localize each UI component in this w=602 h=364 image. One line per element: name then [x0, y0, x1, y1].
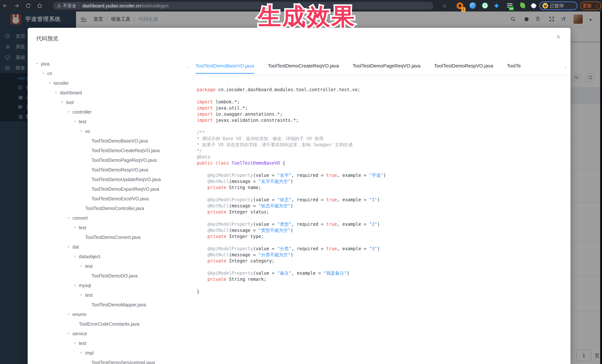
caret-down-icon: ▼ [74, 342, 79, 344]
tree-node-ToolTestDemoRespVO.java[interactable]: ToolTestDemoRespVO.java [36, 165, 190, 175]
code-line: /** [197, 130, 566, 136]
tree-node-label: controller [73, 109, 92, 115]
code-line: @ApiModelProperty(value = "备注", example … [197, 270, 566, 276]
tree-node-ToolTestDemoCreateReqVO.java[interactable]: ToolTestDemoCreateReqVO.java [36, 146, 190, 155]
tree-node-dal[interactable]: ▼dal [36, 242, 190, 252]
tree-node-ToolTestDemoController.java[interactable]: ToolTestDemoController.java [36, 204, 190, 213]
file-tabs: ToolTestDemoBaseVO.javaToolTestDemoCreat… [195, 63, 564, 74]
code-line [197, 264, 566, 270]
tree-node-impl[interactable]: ▼impl [36, 348, 190, 358]
paused-extension-pill[interactable]: 已暂停 [539, 1, 578, 10]
tree-node-label: ToolTestDemoExportReqVO.java [91, 187, 159, 192]
tree-node-ToolTestDemoPageReqVO.java[interactable]: ToolTestDemoPageReqVO.java [36, 155, 190, 165]
code-line: @ApiModelProperty(value = "状态", required… [197, 197, 566, 203]
code-preview-dialog: 代码预览 × ▼java▼cn▼iocoder▼dashboard▼tool▼c… [28, 28, 570, 364]
tree-node-ToolTestDemoExcelVO.java[interactable]: ToolTestDemoExcelVO.java [36, 194, 190, 204]
tree-node-ToolTestDemoDO.java[interactable]: ToolTestDemoDO.java [36, 271, 190, 281]
tree-node-label: mysql [79, 283, 91, 288]
tree-node-label: tool [66, 100, 74, 105]
tree-node-ToolTestDemoBaseVO.java[interactable]: ToolTestDemoBaseVO.java [36, 136, 190, 146]
tree-node-test[interactable]: ▼test [36, 261, 190, 271]
code-line: import lombok.*; [197, 99, 566, 105]
screen: ⚠ 不安全 dashboard.yudao.iocoder.cn /tool/c… [0, 0, 602, 364]
tree-node-label: vo [85, 129, 90, 134]
tree-node-label: ToolTestDemoCreateReqVO.java [91, 148, 160, 153]
tree-node-dashboard[interactable]: ▼dashboard [36, 88, 190, 97]
tree-node-label: impl [85, 350, 94, 356]
caret-down-icon: ▼ [68, 217, 73, 219]
tab-ToolTe[interactable]: ToolTe [507, 63, 521, 74]
tree-node-enums[interactable]: ▼enums [36, 310, 190, 319]
tab-ToolTestDemoBaseVO.java[interactable]: ToolTestDemoBaseVO.java [195, 63, 254, 74]
code-line: @ApiModelProperty(value = "类型", required… [197, 221, 566, 227]
tabs-scroll-right-icon[interactable]: › [565, 64, 566, 70]
tree-node-convert[interactable]: ▼convert [36, 213, 190, 223]
tab-ToolTestDemoCreateReqVO.java[interactable]: ToolTestDemoCreateReqVO.java [268, 63, 339, 74]
caret-down-icon: ▼ [74, 284, 79, 287]
bookmark-star-icon[interactable]: ☆ [442, 3, 447, 9]
tree-node-ToolErrorCodeConstants.java[interactable]: ToolErrorCodeConstants.java [36, 319, 190, 329]
kebab-menu-icon[interactable]: ⋮ [594, 3, 599, 8]
tree-node-ToolTestDemoMapper.java[interactable]: ToolTestDemoMapper.java [36, 300, 190, 310]
tab-ToolTestDemoPageReqVO.java[interactable]: ToolTestDemoPageReqVO.java [353, 63, 420, 74]
tree-node-label: convert [73, 215, 88, 221]
tree-node-test[interactable]: ▼test [36, 117, 190, 126]
extension-diamond-icon[interactable]: ◆ [494, 2, 499, 9]
back-icon[interactable] [2, 3, 8, 9]
extension-list-icon[interactable]: on [507, 2, 513, 8]
url-host: dashboard.yudao.iocoder.cn [82, 3, 140, 9]
tree-node-label: test [85, 292, 93, 298]
tree-node-tool[interactable]: ▼tool [36, 97, 190, 107]
code-line: */ [197, 148, 566, 154]
tree-node-java[interactable]: ▼java [36, 59, 190, 69]
tree-node-label: service [73, 331, 87, 336]
extensions-puzzle-icon[interactable] [531, 2, 537, 9]
forward-icon[interactable] [14, 3, 20, 9]
dialog-title: 代码预览 [36, 35, 58, 42]
tree-node-label: ToolTestDemoExcelVO.java [91, 196, 149, 201]
refresh-icon[interactable] [25, 3, 31, 9]
extension-leaf-icon[interactable] [520, 2, 526, 8]
tree-node-ToolTestDemoExportReqVO.java[interactable]: ToolTestDemoExportReqVO.java [36, 184, 190, 194]
extension-orange-icon[interactable]: 1 [457, 2, 463, 9]
tree-node-label: ToolTestDemoConvert.java [85, 235, 140, 240]
tree-node-test[interactable]: ▼test [36, 338, 190, 348]
tree-node-label: ToolTestDemoServiceImpl.java [91, 360, 155, 364]
tree-node-controller[interactable]: ▼controller [36, 107, 190, 117]
tree-node-iocoder[interactable]: ▼iocoder [36, 78, 190, 88]
code-line: package cn.iocoder.dashboard.modules.too… [197, 87, 566, 93]
address-bar[interactable]: ⚠ 不安全 dashboard.yudao.iocoder.cn /tool/c… [53, 2, 433, 10]
tree-node-label: ToolErrorCodeConstants.java [79, 321, 140, 327]
extension-v-icon[interactable]: V [482, 2, 488, 9]
code-view[interactable]: package cn.iocoder.dashboard.modules.too… [197, 87, 566, 361]
tree-node-test[interactable]: ▼test [36, 223, 190, 232]
code-line: import java.util.*; [197, 105, 566, 111]
tree-node-ToolTestDemoConvert.java[interactable]: ToolTestDemoConvert.java [36, 232, 190, 242]
url-path: /tool/codegen [141, 3, 169, 9]
caret-down-icon: ▼ [68, 332, 73, 335]
tree-node-test[interactable]: ▼test [36, 290, 190, 300]
tree-node-mysql[interactable]: ▼mysql [36, 281, 190, 290]
tree-node-label: ToolTestDemoController.java [85, 206, 144, 211]
scrollbar-strip[interactable] [600, 11, 602, 364]
tree-node-label: ToolTestDemoMapper.java [91, 302, 146, 307]
tree-node-ToolTestDemoUpdateReqVO.java[interactable]: ToolTestDemoUpdateReqVO.java [36, 175, 190, 184]
close-icon[interactable]: × [556, 33, 560, 40]
tree-node-cn[interactable]: ▼cn [36, 69, 190, 78]
extension-lamp-icon[interactable] [470, 2, 476, 9]
tree-node-dataobject[interactable]: ▼dataobject [36, 252, 190, 261]
home-icon[interactable] [37, 3, 43, 9]
tabs-scroll-left-icon[interactable]: ‹ [188, 64, 189, 70]
tree-node-label: dal [73, 244, 79, 250]
code-line [197, 282, 566, 289]
tree-node-vo[interactable]: ▼vo [36, 126, 190, 136]
code-line: private Integer status; [197, 209, 566, 215]
tree-node-ToolTestDemoServiceImpl.java[interactable]: ToolTestDemoServiceImpl.java [36, 358, 190, 364]
emoji-face-icon [542, 3, 548, 9]
tree-node-service[interactable]: ▼service [36, 329, 190, 338]
tab-ToolTestDemoRespVO.java[interactable]: ToolTestDemoRespVO.java [434, 63, 493, 74]
code-line: @NotNull(message = "状态不能为空") [197, 203, 566, 209]
caret-down-icon: ▼ [61, 101, 66, 104]
chrome-update-button[interactable]: 更新 ⋮ [580, 1, 601, 10]
caret-down-icon: ▼ [80, 130, 85, 133]
